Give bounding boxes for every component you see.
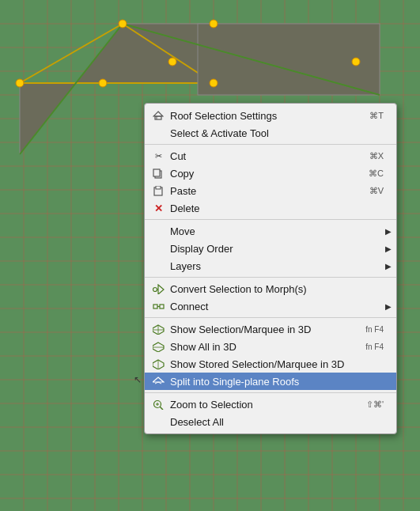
select-activate-label: Select & Activate Tool bbox=[170, 127, 384, 139]
zoom-selection-shortcut: ⇧⌘' bbox=[366, 399, 384, 410]
svg-marker-73 bbox=[153, 377, 164, 382]
svg-rect-64 bbox=[160, 305, 164, 308]
divider-4 bbox=[145, 317, 396, 318]
morph-icon bbox=[151, 282, 165, 295]
svg-point-51 bbox=[168, 58, 176, 66]
roof-icon bbox=[151, 109, 165, 122]
svg-point-46 bbox=[119, 20, 127, 28]
show-selection-3d-shortcut: fn F4 bbox=[365, 325, 384, 334]
copy-shortcut: ⌘C bbox=[369, 168, 384, 179]
cursor-indicator: ↖ bbox=[134, 374, 142, 385]
svg-marker-61 bbox=[158, 285, 164, 294]
move-label: Move bbox=[170, 225, 384, 237]
menu-item-roof-settings[interactable]: Roof Selection Settings ⌘T bbox=[145, 107, 396, 124]
menu-item-cut[interactable]: ✂ Cut ⌘X bbox=[145, 147, 396, 165]
convert-morph-label: Convert Selection to Morph(s) bbox=[170, 283, 384, 295]
show-all-3d-label: Show All in 3D bbox=[170, 341, 350, 353]
svg-marker-53 bbox=[153, 112, 163, 116]
show-stored-3d-label: Show Stored Selection/Marquee in 3D bbox=[170, 358, 384, 370]
paste-shortcut: ⌘V bbox=[369, 186, 384, 196]
show-all-3d-shortcut: fn F4 bbox=[365, 343, 384, 351]
select-icon bbox=[151, 127, 165, 139]
svg-line-77 bbox=[160, 407, 163, 410]
divider-5 bbox=[145, 392, 396, 393]
svg-rect-63 bbox=[153, 305, 157, 308]
menu-item-copy[interactable]: Copy ⌘C bbox=[145, 165, 396, 182]
connect-label: Connect bbox=[170, 301, 384, 312]
copy-icon bbox=[151, 167, 165, 180]
menu-item-display-order[interactable]: Display Order ▶ bbox=[145, 240, 396, 257]
menu-item-convert-morph[interactable]: Convert Selection to Morph(s) bbox=[145, 280, 396, 297]
menu-item-split-roofs[interactable]: Split into Single-plane Roofs ↖ bbox=[145, 373, 396, 390]
zoom-selection-label: Zoom to Selection bbox=[170, 399, 350, 411]
split-icon bbox=[151, 375, 165, 388]
move-arrow: ▶ bbox=[385, 227, 392, 236]
svg-point-47 bbox=[210, 20, 218, 28]
deselect-icon bbox=[151, 415, 165, 428]
split-roofs-label: Split into Single-plane Roofs bbox=[170, 376, 384, 388]
cut-shortcut: ⌘X bbox=[369, 151, 384, 161]
menu-item-show-stored-3d[interactable]: Show Stored Selection/Marquee in 3D bbox=[145, 355, 396, 373]
menu-item-show-selection-3d[interactable]: Show Selection/Marquee in 3D fn F4 bbox=[145, 320, 396, 338]
divider-3 bbox=[145, 277, 396, 278]
menu-item-select-activate[interactable]: Select & Activate Tool bbox=[145, 124, 396, 142]
display-order-arrow: ▶ bbox=[385, 244, 392, 253]
menu-item-show-all-3d[interactable]: Show All in 3D fn F4 bbox=[145, 338, 396, 355]
delete-icon: ✕ bbox=[151, 202, 165, 214]
3d-stored-icon bbox=[151, 358, 165, 370]
svg-point-49 bbox=[16, 79, 24, 87]
paste-icon bbox=[151, 184, 165, 197]
menu-item-paste[interactable]: Paste ⌘V bbox=[145, 182, 396, 199]
layers-icon bbox=[151, 259, 165, 272]
layers-arrow: ▶ bbox=[385, 262, 392, 271]
roof-settings-label: Roof Selection Settings bbox=[170, 110, 354, 122]
move-icon bbox=[151, 225, 165, 237]
paste-label: Paste bbox=[170, 185, 354, 197]
scissors-icon: ✂ bbox=[151, 150, 165, 162]
show-selection-3d-label: Show Selection/Marquee in 3D bbox=[170, 324, 350, 335]
divider-2 bbox=[145, 219, 396, 220]
svg-rect-54 bbox=[155, 116, 161, 119]
cut-label: Cut bbox=[170, 150, 354, 162]
connect-icon bbox=[151, 300, 165, 312]
menu-item-zoom-selection[interactable]: Zoom to Selection ⇧⌘' bbox=[145, 396, 396, 413]
display-order-label: Display Order bbox=[170, 243, 384, 255]
menu-item-delete[interactable]: ✕ Delete bbox=[145, 199, 396, 217]
connect-arrow: ▶ bbox=[385, 302, 392, 311]
zoom-icon bbox=[151, 398, 165, 411]
svg-point-60 bbox=[153, 287, 157, 291]
svg-rect-59 bbox=[156, 186, 161, 189]
display-order-icon bbox=[151, 242, 165, 255]
deselect-all-label: Deselect All bbox=[170, 416, 384, 428]
delete-label: Delete bbox=[170, 203, 384, 214]
menu-item-deselect-all[interactable]: Deselect All bbox=[145, 413, 396, 430]
3d-selection-icon bbox=[151, 323, 165, 335]
menu-item-layers[interactable]: Layers ▶ bbox=[145, 257, 396, 274]
roof-settings-shortcut: ⌘T bbox=[369, 111, 384, 121]
svg-point-50 bbox=[210, 79, 218, 87]
menu-item-move[interactable]: Move ▶ bbox=[145, 222, 396, 240]
svg-point-52 bbox=[352, 58, 360, 66]
svg-point-48 bbox=[99, 79, 107, 87]
layers-label: Layers bbox=[170, 260, 384, 272]
copy-label: Copy bbox=[170, 168, 353, 180]
divider-1 bbox=[145, 144, 396, 145]
3d-all-icon bbox=[151, 340, 165, 353]
menu-item-connect[interactable]: Connect ▶ bbox=[145, 297, 396, 315]
svg-rect-57 bbox=[153, 169, 160, 176]
context-menu: Roof Selection Settings ⌘T Select & Acti… bbox=[144, 103, 397, 434]
